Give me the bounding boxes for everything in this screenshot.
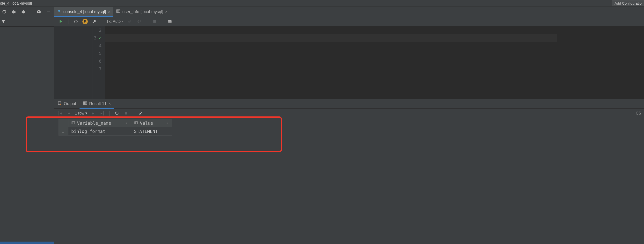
- code-text-area[interactable]: show variables like 'binlog_format';: [105, 26, 644, 99]
- refresh-icon[interactable]: [1, 9, 7, 15]
- rows-count-label: 1 row: [75, 111, 84, 115]
- svg-rect-11: [125, 112, 127, 114]
- separator: [133, 111, 133, 116]
- sort-icon: ⇵: [126, 122, 127, 125]
- results-grid[interactable]: Variable_name ⇵ Value: [58, 119, 172, 136]
- first-page-icon[interactable]: ⎮◂: [56, 110, 63, 116]
- column-icon: [134, 121, 138, 126]
- svg-rect-7: [84, 102, 87, 105]
- left-sidebar: [0, 7, 54, 244]
- cell-value[interactable]: STATEMENT: [131, 127, 172, 136]
- output-icon: [58, 101, 62, 107]
- commit-icon[interactable]: [126, 19, 133, 25]
- current-line-highlight: [105, 34, 557, 42]
- tx-label-prefix: Tx:: [106, 19, 112, 24]
- column-header-value[interactable]: Value ⇵: [131, 119, 172, 127]
- editor-toolbar: P Tx: Auto ▾: [54, 17, 644, 26]
- row-number-header: [59, 119, 68, 127]
- left-filter-bar: [0, 17, 54, 27]
- last-page-icon[interactable]: ▸⎮: [99, 110, 106, 116]
- stop-icon[interactable]: [123, 110, 129, 116]
- table-icon: [83, 101, 87, 107]
- svg-rect-0: [116, 10, 120, 13]
- tab-output-label: Output: [64, 101, 76, 106]
- separator: [102, 19, 102, 24]
- left-toolbar: [0, 7, 54, 17]
- pending-icon[interactable]: P: [82, 19, 88, 24]
- sort-icon: ⇵: [166, 122, 168, 125]
- rows-count-dropdown[interactable]: 1 row ▾: [75, 111, 87, 115]
- column-label: Value: [140, 121, 153, 126]
- history-icon[interactable]: [73, 19, 79, 25]
- line-number: 7: [99, 66, 102, 71]
- minimize-icon[interactable]: [45, 9, 52, 15]
- line-number: 2: [99, 28, 102, 33]
- check-icon: ✓: [99, 35, 102, 41]
- close-icon[interactable]: ×: [108, 10, 110, 14]
- table-row[interactable]: 1 binlog_format STATEMENT: [59, 127, 172, 136]
- editor-area: console_4 [local-mysql] × user_info [loc…: [54, 7, 644, 244]
- tx-label-value: Auto: [113, 19, 121, 24]
- row-number: 1: [59, 127, 68, 136]
- sql-console-icon: [57, 9, 62, 15]
- chevron-down-icon: ▾: [85, 111, 87, 115]
- column-header-variable-name[interactable]: Variable_name ⇵: [68, 119, 131, 127]
- result-panel: Output Result 11 × ⎮◂ ◂ 1 row ▾ ▸: [54, 99, 644, 244]
- status-bar-accent: [0, 241, 54, 244]
- separator: [110, 111, 110, 116]
- tx-mode-dropdown[interactable]: Tx: Auto ▾: [106, 19, 123, 24]
- tab-label: user_info [local-mysql]: [122, 10, 163, 14]
- line-number: 3: [94, 35, 96, 41]
- wrench-icon[interactable]: [91, 19, 98, 25]
- line-number: 4: [99, 43, 102, 48]
- main-layout: console_4 [local-mysql] × user_info [loc…: [0, 7, 644, 244]
- close-icon[interactable]: ×: [165, 10, 167, 14]
- expand-icon[interactable]: [11, 9, 17, 15]
- export-csv-label[interactable]: CS: [636, 111, 642, 115]
- tab-user-info[interactable]: user_info [local-mysql] ×: [113, 7, 170, 17]
- column-label: Variable_name: [77, 121, 111, 126]
- column-icon: [71, 121, 75, 126]
- title-bar: ole_4 [local-mysql] Add Configuratio: [0, 0, 644, 7]
- separator: [147, 19, 147, 24]
- result-toolbar: ⎮◂ ◂ 1 row ▾ ▸ ▸⎮ CS: [54, 109, 644, 118]
- reload-icon[interactable]: [114, 110, 120, 116]
- cell-variable-name[interactable]: binlog_format: [68, 127, 131, 136]
- tab-result-label: Result 11: [89, 101, 106, 106]
- add-configuration-button[interactable]: Add Configuratio: [612, 1, 644, 6]
- separator: [31, 9, 31, 15]
- tab-label: console_4 [local-mysql]: [63, 10, 106, 14]
- separator: [68, 19, 68, 24]
- tab-console-4[interactable]: console_4 [local-mysql] ×: [54, 7, 113, 17]
- run-icon[interactable]: [58, 19, 64, 25]
- collapse-icon[interactable]: [20, 9, 26, 15]
- svg-rect-14: [135, 122, 138, 124]
- results-table[interactable]: Variable_name ⇵ Value: [58, 119, 172, 136]
- results-body: Variable_name ⇵ Value: [54, 118, 644, 244]
- svg-rect-5: [153, 20, 156, 23]
- gear-icon[interactable]: [36, 9, 42, 15]
- table-icon: [116, 9, 120, 15]
- gutter-margin: [54, 26, 83, 99]
- chevron-down-icon: ▾: [122, 20, 123, 23]
- code-editor[interactable]: 2 3✓ 4 5 6 7 show variables like 'binlog…: [54, 26, 644, 99]
- stop-icon[interactable]: [151, 19, 158, 25]
- svg-rect-12: [72, 122, 75, 124]
- tab-result[interactable]: Result 11 ×: [80, 99, 114, 108]
- editor-tab-strip: console_4 [local-mysql] × user_info [loc…: [54, 7, 644, 17]
- line-number: 5: [99, 51, 102, 56]
- separator: [162, 19, 162, 24]
- prev-page-icon[interactable]: ◂: [66, 110, 72, 116]
- result-tab-strip: Output Result 11 ×: [54, 99, 644, 109]
- explain-plan-icon[interactable]: [166, 19, 173, 25]
- filter-icon[interactable]: [0, 19, 6, 25]
- rollback-icon[interactable]: [136, 19, 142, 25]
- gutter: 2 3✓ 4 5 6 7: [83, 26, 105, 99]
- line-number: 6: [99, 59, 102, 64]
- close-icon[interactable]: ×: [108, 102, 111, 106]
- window-title: ole_4 [local-mysql]: [0, 1, 32, 6]
- next-page-icon[interactable]: ▸: [90, 110, 96, 116]
- tab-output[interactable]: Output: [54, 99, 80, 108]
- pin-icon[interactable]: [137, 110, 143, 116]
